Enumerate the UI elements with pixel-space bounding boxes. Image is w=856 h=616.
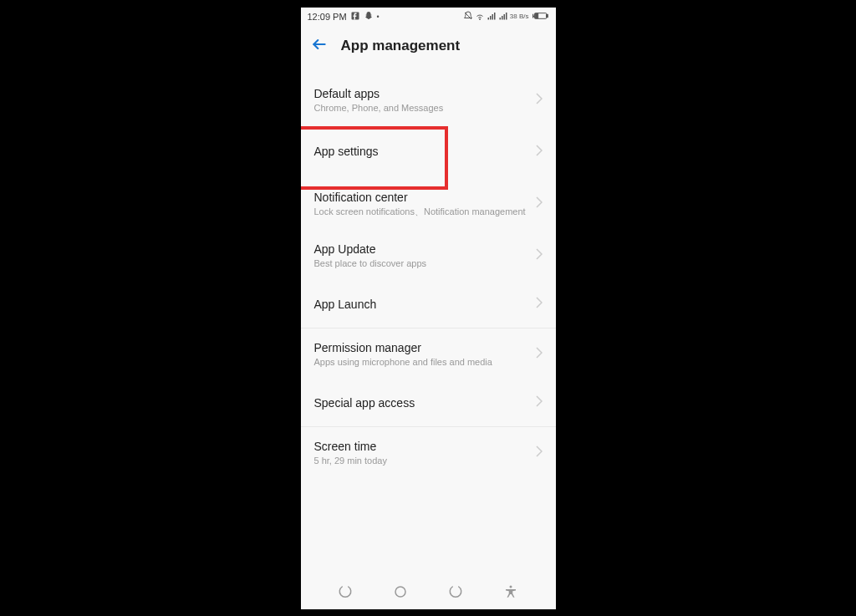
list-item-screen-time[interactable]: Screen time 5 hr, 29 min today: [301, 427, 556, 479]
item-title: App Launch: [314, 297, 536, 312]
wifi-icon: [475, 11, 485, 23]
item-text: App Launch: [314, 297, 536, 312]
item-text: App Update Best place to discover apps: [314, 242, 536, 269]
svg-point-16: [510, 585, 512, 588]
svg-rect-4: [492, 14, 493, 20]
item-text: Screen time 5 hr, 29 min today: [314, 439, 536, 466]
svg-rect-5: [494, 13, 496, 20]
svg-point-1: [479, 18, 480, 19]
signal-icon-1: [487, 11, 497, 23]
facebook-icon: [350, 11, 360, 23]
item-sub: Apps using microphone and files and medi…: [314, 357, 536, 368]
svg-rect-9: [506, 13, 507, 20]
svg-rect-11: [546, 14, 548, 17]
svg-rect-12: [535, 13, 538, 18]
chevron-right-icon: [536, 297, 543, 312]
settings-list: Default apps Chrome, Phone, and Messages…: [301, 66, 556, 479]
svg-rect-7: [502, 16, 503, 20]
status-right: 38 B/s +: [463, 11, 549, 23]
chevron-right-icon: [536, 145, 543, 160]
item-text: Default apps Chrome, Phone, and Messages: [314, 86, 536, 114]
item-title: Screen time: [314, 439, 536, 454]
item-text: Special app access: [314, 395, 536, 410]
chevron-right-icon: [536, 347, 543, 362]
nav-recent-icon[interactable]: [329, 584, 362, 599]
list-item-special-app-access[interactable]: Special app access: [301, 380, 556, 426]
snapchat-icon: [364, 11, 374, 23]
list-item-app-launch[interactable]: App Launch: [301, 282, 556, 328]
svg-rect-3: [490, 16, 492, 20]
nav-bar: [301, 574, 556, 609]
list-item-permission-manager[interactable]: Permission manager Apps using microphone…: [301, 328, 556, 380]
item-title: App settings: [314, 144, 536, 159]
svg-point-15: [395, 587, 405, 597]
status-bar: 12:09 PM • 38 B/s +: [301, 8, 556, 26]
nav-back-icon[interactable]: [439, 584, 472, 599]
dnd-icon: [463, 11, 473, 23]
dot-icon: •: [377, 13, 380, 21]
nav-accessibility-icon[interactable]: [494, 584, 527, 599]
header: App management: [301, 26, 556, 66]
chevron-right-icon: [536, 445, 543, 461]
signal-icon-2: [498, 11, 508, 23]
svg-rect-8: [503, 14, 505, 20]
item-title: Notification center: [314, 190, 536, 205]
item-title: Special app access: [314, 395, 536, 410]
battery-icon: +: [532, 11, 549, 23]
list-item-app-update[interactable]: App Update Best place to discover apps: [301, 230, 556, 282]
list-item-app-settings[interactable]: App settings: [301, 126, 556, 178]
chevron-right-icon: [536, 248, 543, 263]
item-title: App Update: [314, 242, 536, 257]
item-text: App settings: [314, 144, 536, 159]
item-sub: Lock screen notifications、Notification m…: [314, 206, 536, 217]
net-speed: 38 B/s: [510, 13, 529, 20]
phone-frame: 12:09 PM • 38 B/s +: [301, 8, 556, 609]
nav-home-icon[interactable]: [384, 584, 417, 599]
item-title: Default apps: [314, 86, 536, 101]
item-sub: Chrome, Phone, and Messages: [314, 103, 536, 114]
svg-rect-2: [487, 18, 489, 20]
item-text: Notification center Lock screen notifica…: [314, 190, 536, 217]
chevron-right-icon: [536, 196, 543, 211]
back-arrow-icon[interactable]: [311, 36, 328, 56]
chevron-right-icon: [536, 93, 543, 108]
chevron-right-icon: [536, 395, 543, 410]
list-item-notification-center[interactable]: Notification center Lock screen notifica…: [301, 178, 556, 230]
status-time: 12:09 PM: [308, 12, 347, 22]
item-title: Permission manager: [314, 340, 536, 355]
page-title: App management: [341, 38, 461, 54]
status-left: 12:09 PM •: [308, 11, 380, 23]
item-sub: Best place to discover apps: [314, 258, 536, 269]
list-item-default-apps[interactable]: Default apps Chrome, Phone, and Messages: [301, 74, 556, 126]
item-sub: 5 hr, 29 min today: [314, 456, 536, 466]
item-text: Permission manager Apps using microphone…: [314, 340, 536, 368]
svg-rect-6: [499, 18, 501, 20]
